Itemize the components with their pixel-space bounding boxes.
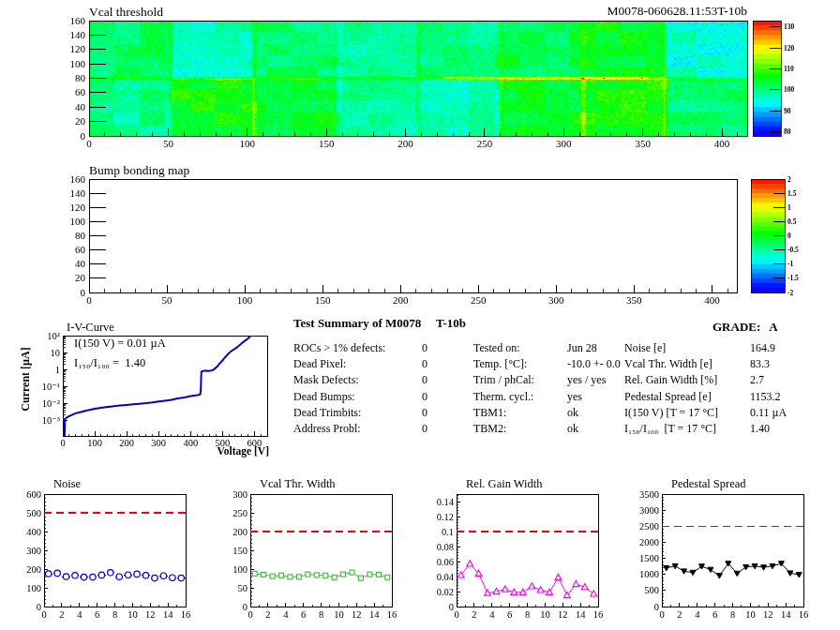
- module-run-label: M0078-060628.11:53T-10b: [466, 4, 747, 19]
- colorbar-cell: [753, 83, 781, 89]
- tick-label: 10²: [47, 331, 60, 341]
- tick-label: 1000: [639, 569, 659, 579]
- summary-label: Trim / phCal:: [473, 373, 534, 387]
- tick-label: 350: [635, 138, 651, 149]
- tick-label: 0.02: [437, 587, 454, 597]
- tick-label: 0: [86, 294, 92, 306]
- data-point: [467, 561, 473, 566]
- colorbar-cell: [751, 231, 785, 236]
- summary-label: TBM1:: [473, 406, 506, 420]
- tick-label: 10: [334, 609, 344, 620]
- tick-label: 0: [243, 602, 248, 612]
- tick-label: 2: [472, 609, 476, 620]
- colorbar-cell: [753, 107, 781, 112]
- tick-label: 120: [70, 43, 86, 54]
- data-point: [716, 574, 722, 578]
- summary-title: Test Summary of M0078: [293, 316, 421, 331]
- data-point: [152, 575, 158, 580]
- tick-label: 12: [763, 609, 773, 620]
- data-point: [270, 574, 275, 578]
- colorbar-cell: [753, 73, 781, 79]
- tick-label: 8: [525, 609, 530, 620]
- data-point: [296, 575, 301, 579]
- colorbar-tick-label: 2: [788, 175, 791, 184]
- summary-row: Dead Pixel:0 Temp. [°C]:-10.0 +- 0.0 Vca…: [0, 357, 840, 373]
- data-point: [125, 572, 130, 578]
- data-point: [90, 574, 96, 579]
- tick-label: 20: [75, 272, 86, 283]
- colorbar-cell: [751, 212, 785, 218]
- data-point: [493, 588, 500, 593]
- data-point: [502, 586, 509, 592]
- tick-label: 80: [75, 230, 86, 241]
- data-point: [81, 574, 86, 579]
- vcal-heatmap: [89, 21, 747, 136]
- colorbar-tick-label: -2: [788, 289, 793, 297]
- colorbar-tick-label: -1.5: [788, 274, 799, 282]
- data-point: [306, 572, 310, 577]
- tick-label: 14: [781, 609, 791, 620]
- data-point: [698, 564, 704, 569]
- colorbar-cell: [751, 188, 785, 194]
- colorbar-cell: [751, 269, 785, 275]
- colorbar-cell: [753, 112, 781, 117]
- tick-label: 200: [26, 564, 41, 575]
- tick-label: 2500: [639, 521, 659, 532]
- tick-label: 1500: [639, 553, 659, 563]
- tick-label: 0: [654, 602, 659, 612]
- colorbar-cell: [753, 122, 781, 128]
- colorbar-frame: [754, 22, 782, 137]
- tick-label: 250: [477, 138, 493, 149]
- tick-label: 160: [70, 173, 86, 185]
- data-point: [734, 571, 740, 576]
- tick-label: 400: [714, 138, 730, 149]
- colorbar-cell: [753, 88, 781, 94]
- colorbar-cell: [751, 255, 785, 261]
- colorbar-tick-label: 100: [784, 85, 795, 94]
- tick-label: 100: [26, 583, 41, 593]
- summary-value: ok: [567, 406, 578, 420]
- tick-label: 0: [37, 602, 41, 612]
- plot-frame: [663, 495, 804, 608]
- tick-label: 60: [75, 244, 86, 255]
- summary-value: 164.9: [750, 341, 775, 355]
- tick-label: 250: [232, 508, 248, 518]
- data-point: [116, 574, 122, 579]
- data-point: [376, 573, 381, 578]
- summary-value: 0: [422, 390, 428, 404]
- grade-label: GRADE:: [712, 320, 760, 334]
- data-point: [458, 572, 464, 578]
- tick-label: 150: [232, 546, 248, 556]
- data-point: [591, 591, 597, 596]
- tick-label: 150: [315, 294, 331, 306]
- tick-label: 160: [70, 15, 86, 26]
- summary-value: yes / yes: [567, 373, 606, 387]
- colorbar-tick-label: -0.5: [788, 246, 799, 254]
- tick-label: 0.1: [442, 527, 454, 537]
- colorbar-cell: [753, 79, 781, 84]
- data-point: [743, 564, 749, 569]
- plot-frame: [251, 495, 393, 608]
- tick-label: 250: [471, 294, 487, 306]
- tick-label: 100: [240, 138, 256, 149]
- tick-label: 4: [283, 609, 289, 620]
- colorbar-tick-label: 120: [784, 44, 795, 52]
- tick-label: 50: [163, 138, 174, 149]
- plot-frame: [90, 180, 738, 293]
- tick-label: 40: [75, 258, 86, 269]
- tick-label: 6: [712, 609, 717, 620]
- tick-label: 0.14: [437, 497, 455, 507]
- colorbar-cell: [751, 221, 785, 227]
- data-point: [564, 592, 571, 597]
- tick-label: 200: [119, 438, 134, 448]
- data-point: [690, 570, 696, 575]
- data-point: [761, 565, 767, 570]
- colorbar-cell: [753, 35, 781, 40]
- tick-label: 4: [77, 609, 82, 620]
- colorbar-tick-label: 130: [784, 22, 795, 31]
- tick-label: 0: [449, 602, 454, 612]
- summary-label: Therm. cycl.:: [473, 390, 533, 404]
- summary-value: 0: [422, 406, 428, 420]
- colorbar-cell: [751, 202, 785, 208]
- summary-label: Tested on:: [473, 341, 519, 355]
